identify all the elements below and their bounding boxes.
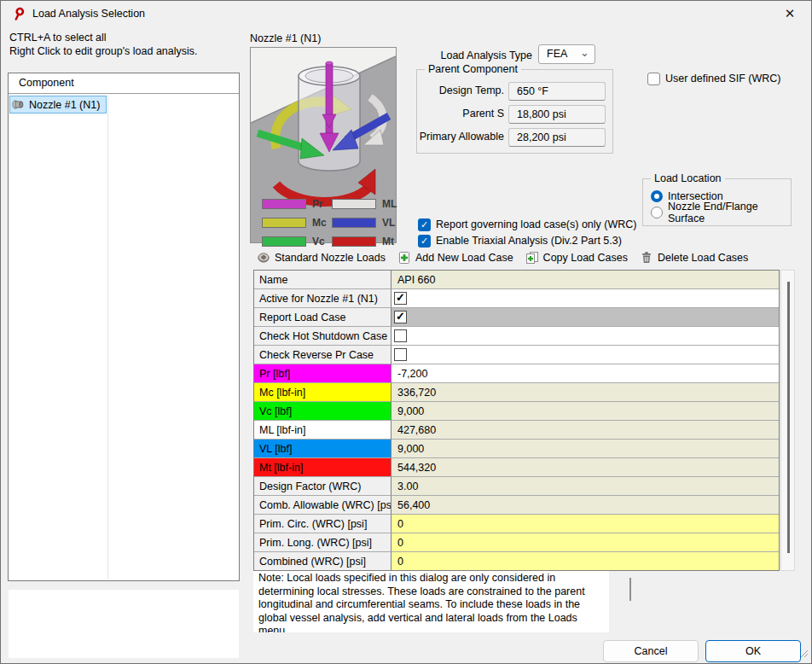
copy-load-cases-button[interactable]: Copy Load Cases — [525, 251, 628, 265]
component-column-divider — [107, 95, 108, 580]
instruction-line-1: CTRL+A to select all — [9, 31, 198, 44]
instructions: CTRL+A to select all Right Click to edit… — [9, 31, 198, 58]
user-sif-label: User defined SIF (WRC) — [665, 73, 780, 84]
row-value[interactable]: 9,000 — [392, 402, 779, 421]
nozzle-icon — [12, 99, 25, 110]
table-row: Report Load Case✓ — [254, 308, 779, 327]
close-icon[interactable]: ✕ — [780, 5, 799, 22]
radio-button[interactable] — [651, 207, 663, 218]
load-location-title: Load Location — [651, 172, 725, 184]
row-value[interactable]: 0 — [392, 552, 779, 571]
row-checkbox[interactable] — [394, 329, 407, 342]
note-text: Note: Local loads specified in this dial… — [253, 571, 609, 632]
triaxial-checkbox[interactable]: ✓ — [418, 235, 431, 248]
parent-field-label: Design Temp. — [417, 84, 504, 96]
pr-legend-swatch — [262, 199, 306, 209]
table-row: Prim. Circ. (WRC) [psi]0 — [254, 515, 779, 533]
report-governing-label: Report governing load case(s) only (WRC) — [436, 218, 637, 230]
row-value[interactable]: -7,200 — [392, 364, 779, 383]
row-value[interactable]: 544,320 — [392, 458, 779, 477]
chevron-down-icon: ⌄ — [580, 46, 589, 59]
report-governing-option[interactable]: ✓ Report governing load case(s) only (WR… — [418, 218, 637, 231]
table-row: Prim. Long. (WRC) [psi]0 — [254, 533, 779, 552]
row-value[interactable]: 9,000 — [392, 440, 779, 458]
row-label: Check Hot Shutdown Case — [254, 327, 392, 346]
report-governing-checkbox[interactable]: ✓ — [418, 218, 431, 231]
row-value[interactable]: 3.00 — [392, 477, 779, 496]
table-row: Pr [lbf]-7,200 — [254, 364, 779, 383]
copy-load-cases-icon — [525, 251, 539, 265]
row-value[interactable]: ✓ — [392, 289, 779, 308]
nozzle-preview-panel: PrMLMcVLVcMt — [250, 47, 397, 243]
row-label: Mc [lbf-in] — [254, 383, 392, 402]
user-sif-checkbox[interactable] — [647, 73, 660, 85]
row-value[interactable]: 336,720 — [392, 383, 779, 402]
bottom-left-panel — [9, 590, 239, 658]
legend-label: Pr — [306, 198, 332, 210]
load-analysis-type-dropdown[interactable]: FEA ⌄ — [538, 44, 595, 64]
load-location-option[interactable]: Nozzle End/Flange Surface — [651, 206, 791, 219]
table-row: Mt [lbf-in]544,320 — [254, 458, 779, 477]
row-label: Pr [lbf] — [254, 364, 392, 383]
parent-field-value[interactable]: 28,200 psi — [508, 128, 606, 147]
ok-button[interactable]: OK — [705, 640, 801, 662]
parent-component-title: Parent Component — [425, 63, 521, 75]
cancel-button[interactable]: Cancel — [603, 640, 699, 662]
instruction-line-2: Right Click to edit group's load analysi… — [9, 44, 198, 58]
load-location-group: Load Location IntersectionNozzle End/Fla… — [642, 178, 792, 226]
parent-field-value[interactable]: 18,800 psi — [508, 105, 606, 124]
table-row: Mc [lbf-in]336,720 — [254, 383, 779, 402]
row-value[interactable] — [392, 327, 779, 346]
standard-nozzle-loads-button[interactable]: Standard Nozzle Loads — [257, 251, 386, 265]
row-value[interactable]: 56,400 — [392, 496, 779, 515]
row-checkbox[interactable]: ✓ — [394, 311, 407, 323]
row-value[interactable]: 427,680 — [392, 421, 779, 440]
add-new-load-case-button[interactable]: Add New Load Case — [397, 251, 513, 265]
user-sif-option[interactable]: User defined SIF (WRC) — [647, 72, 780, 85]
delete-load-cases-button[interactable]: Delete Load Cases — [640, 251, 748, 265]
delete-load-cases-icon — [640, 251, 653, 265]
row-value[interactable]: API 660 — [392, 271, 779, 289]
table-scrollbar-thumb[interactable] — [787, 282, 790, 553]
table-row: Combined (WRC) [psi]0 — [254, 552, 779, 571]
table-row: ML [lbf-in]427,680 — [254, 421, 779, 440]
component-item[interactable]: Nozzle #1 (N1) — [9, 96, 107, 114]
row-value[interactable] — [392, 346, 779, 364]
parent-field-value[interactable]: 650 °F — [508, 82, 606, 101]
row-value[interactable]: ✓ — [392, 308, 779, 327]
standard-nozzle-loads-icon — [257, 251, 270, 265]
toolbar-item-label: Standard Nozzle Loads — [275, 252, 386, 264]
row-label: Prim. Circ. (WRC) [psi] — [254, 515, 392, 533]
component-item-label: Nozzle #1 (N1) — [29, 99, 100, 111]
resize-grip-icon[interactable] — [800, 649, 809, 661]
row-label: Name — [254, 271, 392, 289]
table-scrollbar[interactable] — [780, 270, 795, 571]
row-label: Design Factor (WRC) — [254, 477, 392, 496]
load-case-table: NameAPI 660Active for Nozzle #1 (N1)✓Rep… — [253, 270, 780, 571]
table-row: VL [lbf]9,000 — [254, 440, 779, 458]
note-scrollbar-thumb[interactable] — [629, 578, 631, 601]
component-list: Component Nozzle #1 (N1) — [8, 73, 240, 581]
row-value[interactable]: 0 — [392, 533, 779, 552]
parent-component-group: Parent Component Design Temp.650 °FParen… — [416, 69, 613, 154]
add-load-case-icon — [397, 251, 411, 265]
triaxial-option[interactable]: ✓ Enable Triaxial Analysis (Div.2 Part 5… — [418, 234, 622, 248]
row-checkbox[interactable] — [394, 348, 407, 361]
row-label: Combined (WRC) [psi] — [254, 552, 392, 571]
component-list-body: Nozzle #1 (N1) — [9, 95, 238, 114]
toolbar-item-label: Delete Load Cases — [658, 252, 748, 264]
row-label: Vc [lbf] — [254, 402, 392, 421]
parent-field-label: Primary Allowable — [417, 131, 504, 143]
note-paragraph-1: Note: Local loads specified in this dial… — [258, 572, 604, 632]
row-checkbox[interactable]: ✓ — [394, 292, 407, 305]
row-label: Report Load Case — [254, 308, 392, 327]
table-row: Comb. Allowable (WRC) [psi]56,400 — [254, 496, 779, 515]
load-analysis-selection-dialog: Load Analysis Selection ✕ CTRL+A to sele… — [0, 0, 812, 664]
row-value[interactable]: 0 — [392, 515, 779, 533]
parent-field-label: Parent S — [417, 108, 504, 119]
preview-legend: PrMLMcVLVcMt — [262, 198, 395, 248]
table-row: Check Reverse Pr Case — [254, 346, 779, 364]
row-label: Active for Nozzle #1 (N1) — [254, 289, 392, 308]
parent-field-row: Parent S18,800 psi — [417, 105, 612, 124]
radio-button[interactable] — [651, 190, 663, 202]
